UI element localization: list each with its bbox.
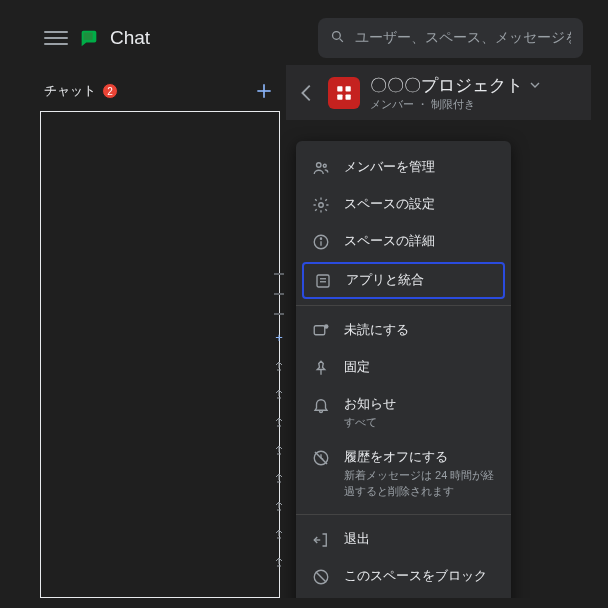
app-title: Chat	[110, 27, 150, 49]
tick-icon	[274, 293, 284, 295]
pin-icon	[274, 501, 284, 511]
svg-rect-6	[346, 86, 351, 91]
svg-rect-0	[84, 33, 93, 40]
svg-point-9	[317, 163, 322, 168]
menu-item-label: 固定	[344, 358, 370, 376]
pin-icon	[274, 445, 284, 455]
svg-line-2	[340, 39, 343, 42]
svg-point-19	[324, 324, 329, 329]
menu-apps-integrations[interactable]: アプリと統合	[302, 262, 505, 299]
svg-point-1	[333, 32, 341, 40]
new-chat-button[interactable]	[252, 79, 276, 103]
svg-point-10	[323, 164, 326, 167]
pin-icon	[274, 417, 284, 427]
menu-item-label: スペースの設定	[344, 195, 435, 213]
menu-item-label: アプリと統合	[346, 271, 424, 289]
menu-mark-unread[interactable]: 未読にする	[296, 312, 511, 349]
menu-block-space[interactable]: このスペースをブロック	[296, 558, 511, 595]
pin-icon	[312, 359, 330, 377]
menu-space-details[interactable]: スペースの詳細	[296, 223, 511, 260]
menu-notifications[interactable]: お知らせ すべて	[296, 386, 511, 439]
menu-item-sub: 新着メッセージは 24 時間が経過すると削除されます	[344, 468, 495, 499]
leave-icon	[312, 531, 330, 549]
gear-icon	[312, 196, 330, 214]
pin-icon	[274, 473, 284, 483]
pin-icon	[274, 361, 284, 371]
menu-icon[interactable]	[44, 26, 68, 50]
sidebar: チャット 2 +	[36, 63, 286, 598]
search-input[interactable]: ユーザー、スペース、メッセージを検索	[318, 18, 583, 58]
tick-icon	[274, 273, 284, 275]
svg-point-14	[320, 238, 321, 239]
svg-line-24	[316, 572, 327, 583]
menu-item-label: このスペースをブロック	[344, 567, 487, 585]
menu-history-off[interactable]: 履歴をオフにする 新着メッセージは 24 時間が経過すると削除されます	[296, 439, 511, 508]
menu-item-label: 未読にする	[344, 321, 409, 339]
unread-icon	[312, 322, 330, 340]
info-icon	[312, 233, 330, 251]
sidebar-section-label: チャット	[44, 82, 96, 100]
pin-icon	[274, 389, 284, 399]
top-bar: Chat ユーザー、スペース、メッセージを検索	[36, 13, 591, 63]
space-header: 〇〇〇プロジェクト メンバー ・ 制限付き	[286, 65, 591, 120]
plus-icon[interactable]: +	[275, 333, 283, 343]
members-icon	[312, 159, 330, 177]
svg-point-11	[319, 203, 324, 208]
chat-list: +	[40, 111, 280, 598]
space-subtitle: メンバー ・ 制限付き	[370, 97, 543, 112]
space-avatar-icon	[328, 77, 360, 109]
space-menu: メンバーを管理 スペースの設定 スペースの詳細 アプリと統合 未読	[296, 141, 511, 598]
pin-icon	[274, 529, 284, 539]
menu-item-label: 履歴をオフにする	[344, 448, 495, 466]
unread-badge: 2	[102, 83, 118, 99]
menu-item-label: メンバーを管理	[344, 158, 435, 176]
svg-rect-15	[317, 275, 329, 287]
sidebar-section-header[interactable]: チャット 2	[36, 73, 286, 111]
menu-pin[interactable]: 固定	[296, 349, 511, 386]
bell-icon	[312, 396, 330, 414]
menu-delete[interactable]: 削除 すべてのメンバーを対象として、スペースとそのすべてのコンテンツが削除されま…	[296, 595, 511, 598]
chevron-down-icon	[527, 77, 543, 93]
menu-item-sub: すべて	[344, 415, 396, 430]
svg-rect-5	[337, 86, 342, 91]
back-arrow-icon[interactable]	[296, 82, 318, 104]
menu-divider	[296, 514, 511, 515]
pin-icon	[274, 557, 284, 567]
menu-item-label: 退出	[344, 530, 370, 548]
menu-manage-members[interactable]: メンバーを管理	[296, 149, 511, 186]
space-title-dropdown[interactable]: 〇〇〇プロジェクト メンバー ・ 制限付き	[370, 74, 543, 112]
tick-icon	[274, 313, 284, 315]
block-icon	[312, 568, 330, 586]
svg-rect-8	[346, 94, 351, 99]
menu-item-label: お知らせ	[344, 395, 396, 413]
menu-leave[interactable]: 退出	[296, 521, 511, 558]
svg-rect-18	[314, 326, 325, 335]
chat-logo-icon	[78, 27, 100, 49]
gutter-icons: +	[272, 273, 286, 567]
apps-icon	[314, 272, 332, 290]
search-icon	[330, 29, 345, 47]
menu-item-label: スペースの詳細	[344, 232, 435, 250]
search-placeholder: ユーザー、スペース、メッセージを検索	[355, 29, 571, 47]
history-off-icon	[312, 449, 330, 467]
menu-space-settings[interactable]: スペースの設定	[296, 186, 511, 223]
space-title: 〇〇〇プロジェクト	[370, 74, 523, 97]
menu-divider	[296, 305, 511, 306]
svg-line-22	[315, 452, 327, 464]
main-content: 〇〇〇プロジェクト メンバー ・ 制限付き メンバーを管理 スペースの設定	[286, 65, 591, 598]
svg-rect-7	[337, 94, 342, 99]
